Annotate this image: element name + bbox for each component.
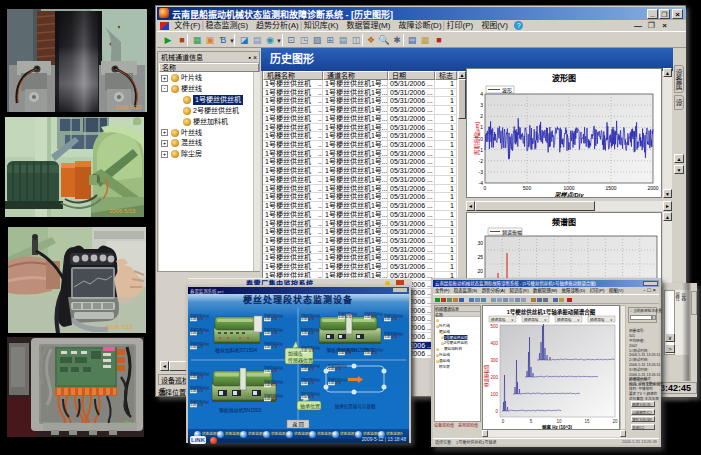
svg-text:1500: 1500 xyxy=(605,185,616,191)
svg-text:∨: ∨ xyxy=(577,318,580,322)
svg-text:∨: ∨ xyxy=(544,318,547,322)
svg-text:0: 0 xyxy=(480,136,483,142)
svg-text:-3: -3 xyxy=(479,169,484,175)
svg-text:频谱振幅值: 频谱振幅值 xyxy=(483,364,490,387)
svg-text:500: 500 xyxy=(490,324,498,329)
svg-text:频谱振幅: 频谱振幅 xyxy=(590,317,605,322)
svg-text:频谱图: 频谱图 xyxy=(552,217,576,227)
svg-text:频谱振幅: 频谱振幅 xyxy=(502,229,522,236)
svg-text:0: 0 xyxy=(502,419,505,424)
svg-text:频率 Hz (10^3): 频率 Hz (10^3) xyxy=(542,424,573,430)
svg-text:2: 2 xyxy=(480,113,483,119)
svg-text:3: 3 xyxy=(480,102,483,108)
svg-text:波形图: 波形图 xyxy=(552,73,576,83)
svg-text:2006 5/15: 2006 5/15 xyxy=(109,208,136,214)
svg-text:200: 200 xyxy=(490,375,498,380)
svg-text:1000: 1000 xyxy=(563,185,574,191)
svg-text:频谱振幅: 频谱振幅 xyxy=(557,317,572,322)
svg-text:波形: 波形 xyxy=(502,87,512,94)
svg-text:5: 5 xyxy=(530,419,533,424)
svg-text:4: 4 xyxy=(480,91,483,97)
svg-text:1号梗丝供丝机1号轴承振动频谱合图: 1号梗丝供丝机1号轴承振动频谱合图 xyxy=(507,308,596,316)
svg-text:30: 30 xyxy=(477,240,483,246)
svg-text:2006 5/15: 2006 5/15 xyxy=(115,104,142,110)
svg-text:-2: -2 xyxy=(479,158,484,164)
svg-text:400: 400 xyxy=(490,341,498,346)
svg-text:周期振幅[μm]: 周期振幅[μm] xyxy=(473,122,481,155)
svg-text:2000: 2000 xyxy=(647,185,658,191)
svg-text:0: 0 xyxy=(495,409,498,414)
svg-text:300: 300 xyxy=(490,358,498,363)
svg-text:采样点/Div: 采样点/Div xyxy=(554,191,584,197)
svg-text:10: 10 xyxy=(556,419,562,424)
svg-text:0: 0 xyxy=(484,185,487,191)
svg-text:500: 500 xyxy=(523,185,532,191)
svg-text:∨: ∨ xyxy=(610,318,613,322)
svg-text:20: 20 xyxy=(477,268,483,274)
svg-text:15: 15 xyxy=(584,419,590,424)
svg-text:1: 1 xyxy=(480,124,483,130)
svg-text:频谱振幅: 频谱振幅 xyxy=(491,317,506,322)
svg-text:2006 7/15: 2006 7/15 xyxy=(106,324,133,330)
svg-text:频谱振幅: 频谱振幅 xyxy=(524,317,539,322)
svg-text:-4: -4 xyxy=(479,180,484,186)
svg-text:100: 100 xyxy=(490,392,498,397)
svg-text:∨: ∨ xyxy=(511,318,514,322)
svg-text:25: 25 xyxy=(477,254,483,260)
svg-text:20: 20 xyxy=(612,419,618,424)
